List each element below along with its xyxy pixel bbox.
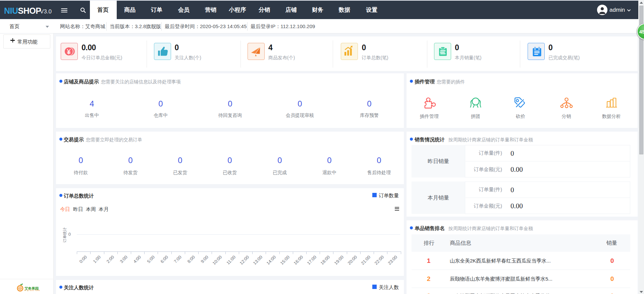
svg-text:AI QI GUO YUAN: AI QI GUO YUAN: [24, 290, 40, 291]
